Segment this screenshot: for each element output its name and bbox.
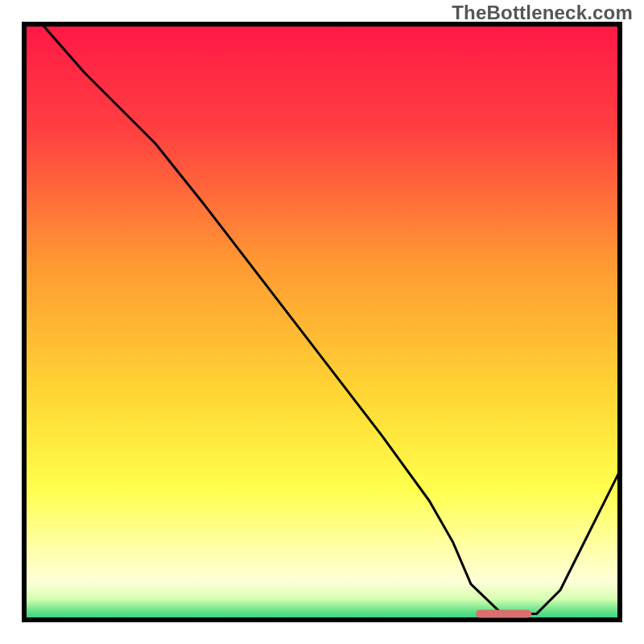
plot-background [24,24,620,620]
chart-root: TheBottleneck.com [0,0,644,644]
watermark-label: TheBottleneck.com [452,2,633,24]
bottleneck-chart [0,0,644,644]
